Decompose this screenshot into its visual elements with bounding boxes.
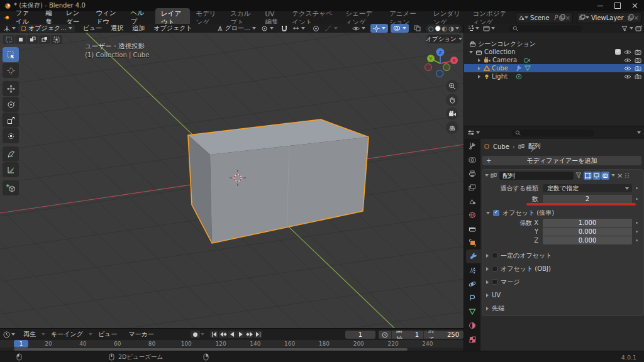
render-visibility-icon[interactable]	[635, 65, 641, 71]
jump-to-end-button[interactable]	[254, 331, 262, 338]
timeline-editor-chevron-icon[interactable]	[11, 333, 15, 336]
outliner-search[interactable]	[509, 25, 582, 32]
pan-button[interactable]	[446, 94, 458, 106]
outliner-row-collection[interactable]: Collection	[464, 48, 644, 56]
render-visibility-icon[interactable]	[635, 49, 641, 55]
animate-dot[interactable]	[636, 239, 638, 241]
fit-type-dropdown[interactable]: 定数で指定	[543, 184, 632, 192]
tool-transform[interactable]	[3, 128, 19, 143]
display-render-toggle[interactable]	[601, 172, 609, 180]
show-overlays-toggle[interactable]	[391, 24, 409, 33]
maximize-button[interactable]	[609, 0, 626, 11]
display-realtime-toggle[interactable]	[592, 172, 601, 180]
modifier-panel-header[interactable]: 配列 ×	[482, 170, 643, 181]
tab-texture[interactable]	[464, 332, 480, 346]
use-preview-range-button[interactable]	[379, 331, 391, 339]
frame-start-field[interactable]: 開始1	[391, 331, 423, 339]
tab-particles[interactable]	[464, 263, 480, 277]
tab-material[interactable]	[464, 319, 480, 332]
tab-physics[interactable]	[464, 277, 480, 291]
animate-dot[interactable]	[636, 222, 638, 224]
timeline-menu-keying[interactable]: キーイング	[45, 330, 89, 339]
tab-output[interactable]	[464, 167, 480, 180]
auto-keying-button[interactable]	[191, 331, 200, 338]
select-subtract-button[interactable]	[39, 35, 50, 44]
tab-collection[interactable]	[464, 222, 480, 236]
play-reverse-button[interactable]	[228, 331, 236, 338]
shading-material-button[interactable]: ◐	[442, 25, 448, 32]
editor-type-icon[interactable]	[3, 25, 11, 32]
properties-options-chevron-icon[interactable]	[637, 131, 641, 134]
count-field[interactable]: 2	[543, 195, 632, 203]
eye-icon[interactable]	[624, 66, 631, 71]
pin-icon[interactable]	[530, 146, 536, 153]
panel-expand-icon[interactable]	[485, 174, 489, 177]
minimize-button[interactable]	[591, 0, 609, 11]
new-viewlayer-icon[interactable]	[628, 14, 634, 21]
camera-view-button[interactable]	[446, 107, 458, 120]
section-constant-offset[interactable]: 一定のオフセット	[486, 251, 552, 260]
render-visibility-icon[interactable]	[635, 57, 641, 63]
object-visibility-dropdown[interactable]	[350, 24, 368, 33]
tab-object-data[interactable]	[464, 305, 480, 319]
shading-rendered-button[interactable]: ◑	[448, 25, 454, 32]
timeline-ruler[interactable]: 1 20406080100120140160180200220240	[0, 340, 464, 348]
tab-view-layer[interactable]	[464, 180, 480, 194]
tool-add-cube[interactable]	[3, 180, 19, 195]
factor-z-field[interactable]: 0.000	[543, 236, 632, 244]
render-visibility-icon[interactable]	[635, 74, 641, 79]
tool-cursor[interactable]	[3, 63, 19, 78]
eye-icon[interactable]	[624, 74, 631, 79]
section-merge[interactable]: マージ	[486, 278, 519, 286]
show-gizmo-toggle[interactable]	[370, 24, 388, 33]
section-object-offset[interactable]: オフセット (OBJ)	[486, 265, 551, 273]
frame-end-field[interactable]: 終了250	[423, 331, 464, 339]
animate-d ot[interactable]	[636, 198, 638, 200]
navigation-gizmo[interactable]: Z Y X	[416, 38, 464, 79]
snap-toggle[interactable]	[279, 24, 290, 33]
object-offset-checkbox[interactable]	[492, 266, 497, 272]
zoom-button[interactable]	[446, 80, 458, 92]
timeline-menu-marker[interactable]: マーカー	[123, 330, 159, 339]
drag-handle-icon[interactable]	[625, 172, 630, 178]
factor-x-field[interactable]: 1.000	[543, 219, 632, 227]
collection-expand-icon[interactable]	[469, 51, 473, 53]
snap-target-dropdown[interactable]	[290, 24, 308, 33]
current-frame-field[interactable]: 1	[345, 331, 375, 339]
animate-dot[interactable]	[636, 231, 638, 233]
add-modifier-button[interactable]: + モディファイアーを追加	[482, 156, 641, 165]
select-intersect-button[interactable]	[51, 35, 62, 44]
tab-tool[interactable]	[464, 139, 480, 153]
keying-set-chevron-icon[interactable]	[201, 333, 204, 336]
section-caps[interactable]: 先端	[486, 304, 504, 312]
offset-relative-checkbox[interactable]	[493, 210, 499, 216]
viewport-canvas[interactable]	[0, 33, 464, 328]
perspective-toggle-button[interactable]	[446, 121, 458, 134]
cube-expand-icon[interactable]	[478, 67, 480, 70]
outliner-row-light[interactable]: Light	[464, 72, 644, 80]
display-editmode-toggle[interactable]	[584, 172, 592, 180]
outliner-row-scene-collection[interactable]: シーンコレクション	[464, 40, 644, 48]
display-mode-chevron-icon[interactable]	[491, 27, 495, 30]
viewport-menu-select[interactable]: 選択	[106, 24, 128, 33]
properties-search[interactable]	[511, 129, 594, 136]
viewport-menu-object[interactable]: オブジェクト	[149, 24, 196, 33]
select-extend-button[interactable]	[27, 35, 38, 44]
current-frame-marker[interactable]: 1	[14, 340, 28, 348]
eye-icon[interactable]	[624, 58, 631, 63]
properties-editor-icon[interactable]	[467, 129, 475, 136]
previous-keyframe-button[interactable]	[219, 331, 227, 338]
select-new-button[interactable]	[15, 35, 26, 44]
camera-expand-icon[interactable]	[478, 58, 480, 62]
modifier-extras-chevron-icon[interactable]	[611, 174, 615, 177]
viewlayer-selector[interactable]: ViewLayer ×	[577, 12, 641, 23]
properties-editor-chevron-icon[interactable]	[476, 131, 480, 134]
editor-type-chevron-icon[interactable]	[12, 27, 16, 30]
tab-render[interactable]	[464, 153, 480, 167]
new-collection-icon[interactable]	[635, 25, 642, 31]
transform-orientation-dropdown[interactable]: グロー...	[214, 24, 258, 33]
mode-selector[interactable]: オブジェク...	[18, 25, 75, 32]
tool-measure[interactable]	[3, 162, 19, 177]
next-keyframe-button[interactable]	[245, 331, 253, 338]
tool-move[interactable]	[3, 81, 19, 96]
